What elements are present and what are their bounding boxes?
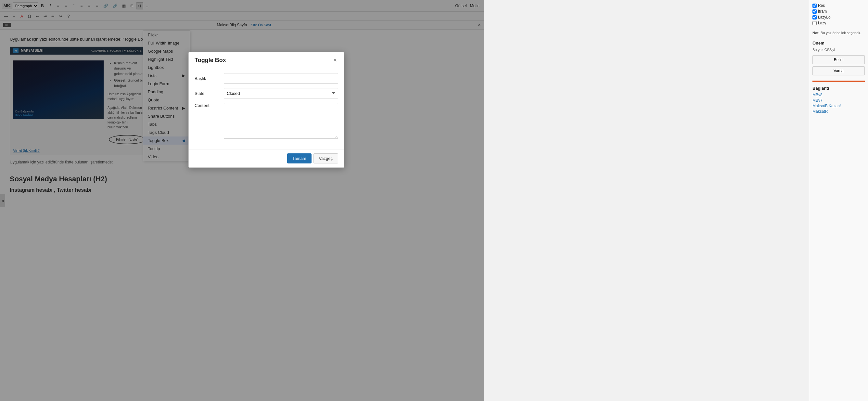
vazgec-btn[interactable]: Vazgeç — [313, 153, 338, 163]
importance-title: Önem — [812, 41, 865, 45]
baslik-input[interactable] — [224, 73, 338, 84]
state-row: State Closed Open — [194, 88, 338, 98]
tamam-btn[interactable]: Tamam — [287, 153, 312, 163]
modal-close-btn[interactable]: × — [332, 57, 338, 64]
checkboxes-section: Res İfram LazyLo Lazy — [812, 3, 865, 25]
importance-text: Bu yaz CSS'yi — [812, 48, 865, 52]
content-textarea[interactable] — [224, 103, 338, 139]
link-maksatr[interactable]: MaksatR — [812, 109, 865, 114]
belirli-btn[interactable]: Belirli — [812, 55, 865, 64]
connections-section: Bağlantı MBv8 MBv7 MaksatB Kazan! Maksat… — [812, 86, 865, 114]
state-label: State — [194, 91, 224, 96]
right-sidebar: Res İfram LazyLo Lazy Not: Bu yaz önbell… — [809, 0, 868, 401]
link-mbv7[interactable]: MBv7 — [812, 98, 865, 103]
modal-body: Başlık State Closed Open Content — [189, 67, 344, 149]
toggle-box-modal: Toggle Box × Başlık State Closed Open Co… — [188, 52, 344, 168]
importance-section: Önem Bu yaz CSS'yi Belirli Varsa — [812, 41, 865, 75]
checkbox-ifram-input[interactable] — [812, 9, 817, 14]
modal-footer: Tamam Vazgeç — [189, 149, 344, 167]
checkbox-res-label: Res — [818, 3, 825, 8]
content-label: Content — [194, 103, 224, 108]
orange-divider — [812, 81, 865, 82]
state-select[interactable]: Closed Open — [224, 88, 338, 98]
link-mbv8[interactable]: MBv8 — [812, 93, 865, 97]
note-body: Bu yaz önbellek seçenek. — [820, 31, 861, 35]
modal-title: Toggle Box — [194, 57, 226, 64]
checkbox-lazy-input[interactable] — [812, 21, 817, 25]
checkbox-res: Res — [812, 3, 865, 8]
link-maksat-kazan[interactable]: MaksatB Kazan! — [812, 104, 865, 108]
checkbox-res-input[interactable] — [812, 4, 817, 8]
checkbox-lazylo: LazyLo — [812, 15, 865, 20]
modal-header: Toggle Box × — [189, 52, 344, 67]
checkbox-lazylo-label: LazyLo — [818, 15, 831, 20]
checkbox-ifram-label: İfram — [818, 9, 827, 14]
baslik-label: Başlık — [194, 76, 224, 81]
note-label: Not: — [812, 31, 819, 35]
checkbox-lazy-label: Lazy — [818, 21, 826, 25]
connections-title: Bağlantı — [812, 86, 865, 91]
checkbox-lazylo-input[interactable] — [812, 15, 817, 20]
content-row: Content — [194, 103, 338, 139]
editor-container: ◀ ABC Paragraph B I ≡ ≡ " ≡ ≡ ≡ 🔗 🔗 ▦ ⊞ … — [0, 0, 484, 401]
checkbox-lazy: Lazy — [812, 21, 865, 25]
varsa-btn[interactable]: Varsa — [812, 66, 865, 75]
note-section: Not: Bu yaz önbellek seçenek. — [812, 31, 865, 35]
note-text: Not: Bu yaz önbellek seçenek. — [812, 31, 865, 35]
checkbox-ifram: İfram — [812, 9, 865, 14]
baslik-row: Başlık — [194, 73, 338, 84]
